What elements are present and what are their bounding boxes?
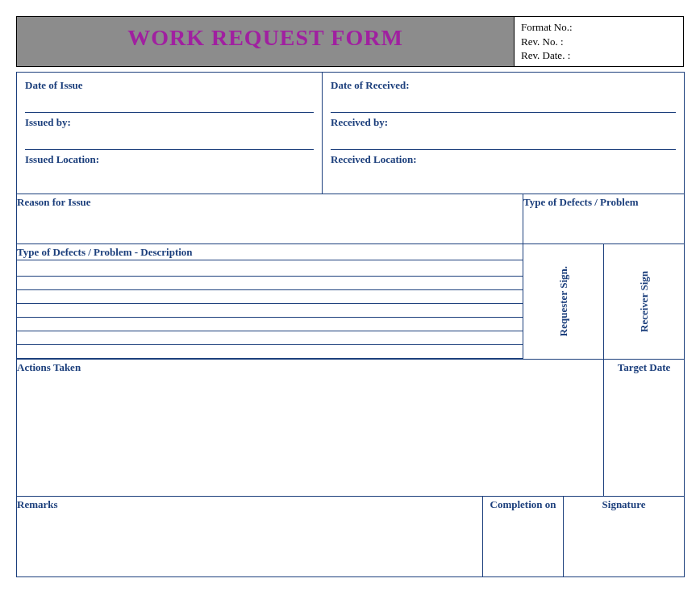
type-of-defects-cell[interactable]: Type of Defects / Problem	[523, 194, 685, 243]
format-no-label: Format No.:	[521, 20, 677, 35]
form-title: WORK REQUEST FORM	[127, 25, 403, 50]
main-table: Date of Issue Issued by: Issued Location…	[16, 72, 685, 577]
date-of-received-label: Date of Received:	[331, 79, 409, 91]
remarks-cell[interactable]: Remarks	[17, 496, 483, 576]
meta-cell: Format No.: Rev. No. : Rev. Date. :	[514, 17, 683, 66]
description-lines[interactable]	[17, 263, 523, 359]
issued-by-field[interactable]	[25, 132, 314, 150]
completion-on-label: Completion on	[490, 498, 556, 510]
received-location-label: Received Location:	[331, 153, 417, 165]
rev-date-label: Rev. Date. :	[521, 48, 677, 63]
received-by-field[interactable]	[331, 132, 676, 150]
date-of-issue-label: Date of Issue	[25, 79, 83, 91]
rev-no-label: Rev. No. :	[521, 35, 677, 49]
actions-taken-cell[interactable]: Actions Taken	[17, 359, 604, 496]
work-request-form: WORK REQUEST FORM Format No.: Rev. No. :…	[16, 16, 684, 577]
issue-info-cell[interactable]: Date of Issue Issued by: Issued Location…	[17, 72, 323, 194]
issued-location-label: Issued Location:	[25, 153, 99, 165]
description-label: Type of Defects / Problem - Description	[17, 246, 193, 258]
reason-for-issue-label: Reason for Issue	[17, 196, 91, 208]
requester-sign-cell[interactable]: Requester Sign.	[523, 243, 604, 359]
signature-cell[interactable]: Signature	[564, 496, 685, 576]
target-date-label: Target Date	[618, 361, 671, 373]
issued-by-label: Issued by:	[25, 116, 71, 128]
title-cell: WORK REQUEST FORM	[17, 17, 514, 66]
receiver-sign-label: Receiver Sign	[638, 263, 651, 340]
completion-on-cell[interactable]: Completion on	[483, 496, 564, 576]
target-date-cell[interactable]: Target Date	[604, 359, 685, 496]
description-cell[interactable]: Type of Defects / Problem - Description	[17, 243, 523, 359]
receiver-sign-cell[interactable]: Receiver Sign	[604, 243, 685, 359]
remarks-label: Remarks	[17, 498, 58, 510]
received-info-cell[interactable]: Date of Received: Received by: Received …	[323, 72, 685, 194]
received-by-label: Received by:	[331, 116, 388, 128]
reason-for-issue-cell[interactable]: Reason for Issue	[17, 194, 523, 243]
requester-sign-label: Requester Sign.	[557, 258, 570, 344]
type-of-defects-label: Type of Defects / Problem	[523, 196, 638, 208]
date-of-issue-field[interactable]	[25, 95, 314, 113]
header-row: WORK REQUEST FORM Format No.: Rev. No. :…	[16, 16, 684, 67]
signature-label: Signature	[602, 498, 646, 510]
actions-taken-label: Actions Taken	[17, 361, 81, 373]
date-of-received-field[interactable]	[331, 95, 676, 113]
